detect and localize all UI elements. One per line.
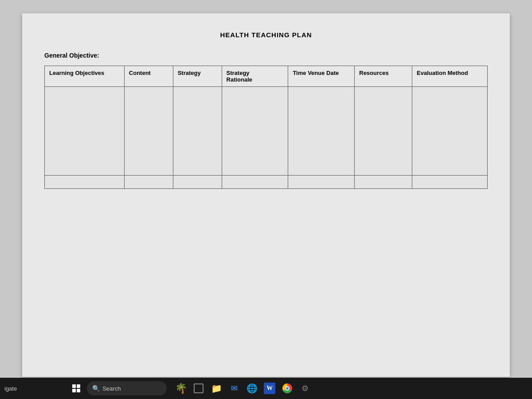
col-header-strategy: Strategy bbox=[173, 66, 222, 87]
cell-resources-1 bbox=[355, 87, 412, 176]
settings-gear-icon: ⚙ bbox=[301, 383, 309, 393]
col-header-learning-objectives: Learning Objectives bbox=[45, 66, 125, 87]
cell-learning-2 bbox=[45, 176, 125, 189]
taskbar-search-bar[interactable]: 🔍 Search bbox=[87, 381, 167, 395]
taskbar-mail-button[interactable]: ✉ bbox=[228, 382, 240, 395]
general-objective-label: General Objective: bbox=[44, 52, 488, 59]
search-label: Search bbox=[102, 385, 121, 392]
taskbar: igate 🔍 Search 🌴 📁 ✉ 🌐 W bbox=[0, 378, 532, 399]
taskbar-settings-button[interactable]: ⚙ bbox=[299, 382, 311, 395]
cell-time-2 bbox=[288, 176, 355, 189]
document-area: HEALTH TEACHING PLAN General Objective: … bbox=[0, 0, 532, 378]
taskbar-word-button[interactable]: W bbox=[263, 382, 276, 395]
cell-strategy-2 bbox=[173, 176, 222, 189]
cell-resources-2 bbox=[355, 176, 412, 189]
page-title: HEALTH TEACHING PLAN bbox=[44, 31, 488, 39]
desktop-icon bbox=[194, 383, 203, 393]
cell-content-1 bbox=[124, 87, 173, 176]
taskbar-folder-button[interactable]: 📁 bbox=[210, 382, 223, 395]
taskbar-desktop-button[interactable] bbox=[192, 382, 205, 395]
windows-start-button[interactable] bbox=[69, 381, 83, 395]
cell-strategy-rationale-1 bbox=[222, 87, 288, 176]
cell-evaluation-2 bbox=[412, 176, 488, 189]
taskbar-beach-icon[interactable]: 🌴 bbox=[175, 382, 187, 395]
cell-strategy-rationale-2 bbox=[222, 176, 288, 189]
col-header-resources: Resources bbox=[355, 66, 412, 87]
taskbar-chrome-button[interactable] bbox=[281, 382, 293, 395]
table-row-1 bbox=[45, 87, 488, 176]
col-header-content: Content bbox=[124, 66, 173, 87]
table-row-2 bbox=[45, 176, 488, 189]
col-header-strategy-rationale: StrategyRationale bbox=[222, 66, 288, 87]
col-header-time-venue-date: Time Venue Date bbox=[288, 66, 355, 87]
chrome-icon bbox=[282, 383, 292, 393]
cell-time-1 bbox=[288, 87, 355, 176]
search-icon: 🔍 bbox=[92, 385, 100, 392]
table-header-row: Learning Objectives Content Strategy Str… bbox=[45, 66, 488, 87]
folder-icon: 📁 bbox=[211, 383, 222, 394]
globe-icon: 🌐 bbox=[246, 383, 258, 394]
document-page: HEALTH TEACHING PLAN General Objective: … bbox=[22, 13, 510, 377]
windows-icon bbox=[72, 384, 80, 392]
mail-icon: ✉ bbox=[231, 383, 238, 393]
teaching-plan-table: Learning Objectives Content Strategy Str… bbox=[44, 66, 488, 189]
taskbar-icons-group: 🌴 📁 ✉ 🌐 W ⚙ bbox=[175, 382, 311, 395]
cell-content-2 bbox=[124, 176, 173, 189]
cell-learning-1 bbox=[45, 87, 125, 176]
col-header-evaluation-method: Evaluation Method bbox=[412, 66, 488, 87]
taskbar-globe-button[interactable]: 🌐 bbox=[246, 382, 258, 395]
taskbar-app-label: igate bbox=[4, 385, 17, 392]
cell-evaluation-1 bbox=[412, 87, 488, 176]
beach-palm-icon: 🌴 bbox=[175, 383, 187, 394]
word-icon: W bbox=[264, 383, 275, 394]
cell-strategy-1 bbox=[173, 87, 222, 176]
